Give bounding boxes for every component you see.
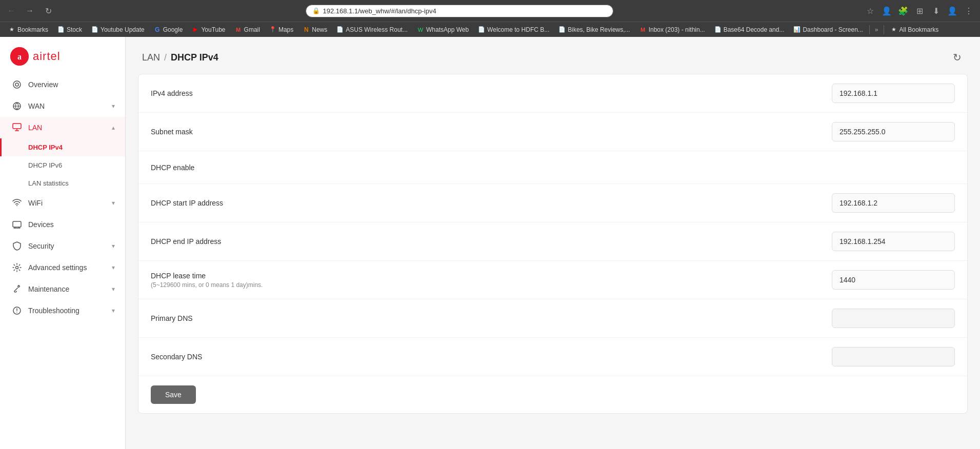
bookmarks-separator (869, 25, 870, 34)
bookmark-inbox[interactable]: M Inbox (203) - nithin... (635, 25, 709, 34)
bookmarks-label: Bookmarks (17, 26, 48, 33)
breadcrumb-current: DHCP IPv4 (171, 52, 218, 63)
svg-point-7 (16, 267, 18, 269)
sidebar-item-wan[interactable]: WAN ▾ (0, 95, 125, 117)
bookmark-dashboard[interactable]: 📊 Dashboard - Screen... (789, 25, 867, 34)
sidebar-item-security-label: Security (28, 242, 106, 250)
secondary-dns-input[interactable] (832, 347, 955, 366)
news-icon: N (303, 26, 310, 33)
dhcp-ipv6-label: DHCP IPv6 (28, 161, 62, 169)
address-bar[interactable]: 🔒 (306, 5, 613, 17)
url-input[interactable] (323, 7, 607, 15)
bookmark-maps[interactable]: 📍 Maps (265, 25, 297, 34)
wan-icon (12, 101, 22, 111)
form-row-dhcp-enable: DHCP enable (138, 151, 967, 184)
dhcp-end-ip-input[interactable] (832, 232, 955, 251)
bookmark-youtube-update[interactable]: 📄 Youtube Update (87, 25, 149, 34)
bookmark-asus[interactable]: 📄 ASUS Wireless Rout... (332, 25, 412, 34)
sidebar-item-devices[interactable]: Devices (0, 214, 125, 235)
sidebar-subitem-lan-statistics[interactable]: LAN statistics (0, 174, 125, 192)
sidebar-item-troubleshooting[interactable]: Troubleshooting ▾ (0, 300, 125, 321)
lan-icon (12, 123, 22, 132)
ipv4-address-input[interactable] (832, 84, 955, 103)
dhcp-start-ip-input[interactable] (832, 193, 955, 213)
form-row-dhcp-start-ip: DHCP start IP address (138, 184, 967, 222)
svg-point-3 (15, 83, 18, 86)
sidebar-subitem-dhcp-ipv4[interactable]: DHCP IPv4 (0, 138, 125, 156)
dhcp-lease-time-label: DHCP lease time (151, 272, 832, 280)
sidebar-item-advanced-settings-label: Advanced settings (28, 263, 106, 272)
forward-button[interactable]: → (23, 4, 37, 18)
subnet-mask-input[interactable] (832, 122, 955, 141)
airtel-brand-name: airtel (33, 50, 61, 63)
menu-button[interactable]: ⋮ (962, 4, 976, 18)
dhcp-ipv4-label: DHCP IPv4 (28, 144, 63, 151)
account-button[interactable]: 👤 (945, 4, 959, 18)
bikes-label: Bikes, Bike Reviews,... (568, 26, 630, 33)
youtube-update-label: Youtube Update (101, 26, 145, 33)
wifi-icon (12, 198, 22, 208)
sidebar-item-overview[interactable]: Overview (0, 74, 125, 95)
base64-label: Base64 Decode and... (724, 26, 785, 33)
dhcp-start-ip-control (832, 193, 955, 213)
extensions-button[interactable]: 🧩 (896, 4, 910, 18)
sidebar-item-overview-label: Overview (28, 80, 115, 89)
lan-statistics-label: LAN statistics (28, 179, 69, 187)
svg-point-9 (16, 312, 17, 313)
sidebar-subitem-dhcp-ipv6[interactable]: DHCP IPv6 (0, 156, 125, 174)
bookmark-bookmarks[interactable]: ★ Bookmarks (4, 25, 52, 34)
dhcp-lease-time-sublabel: (5~129600 mins, or 0 means 1 day)mins. (151, 281, 832, 289)
bookmark-google[interactable]: G Google (150, 25, 187, 34)
base64-icon: 📄 (714, 26, 722, 33)
lock-icon: 🔒 (312, 7, 320, 14)
dhcp-end-ip-control (832, 232, 955, 251)
form-actions: Save (138, 376, 967, 413)
bookmark-base64[interactable]: 📄 Base64 Decode and... (710, 25, 789, 34)
bookmark-star-button[interactable]: ☆ (863, 4, 877, 18)
sidebar-logo: a airtel (0, 37, 125, 74)
bookmark-hdfc[interactable]: 📄 Welcome to HDFC B... (474, 25, 553, 34)
bookmarks-separator2 (884, 25, 884, 34)
breadcrumb-lan[interactable]: LAN (142, 52, 160, 63)
bookmark-stock[interactable]: 📄 Stock (53, 25, 86, 34)
sidebar-item-security[interactable]: Security ▾ (0, 235, 125, 257)
bookmark-gmail[interactable]: M Gmail (231, 25, 264, 34)
ipv4-address-label: IPv4 address (151, 89, 832, 97)
maps-label: Maps (278, 26, 293, 33)
primary-dns-input[interactable] (832, 309, 955, 328)
save-button[interactable]: Save (151, 385, 196, 404)
tab-search-button[interactable]: ⊞ (912, 4, 927, 18)
inbox-label: Inbox (203) - nithin... (649, 26, 705, 33)
dhcp-lease-time-input[interactable] (832, 270, 955, 290)
sidebar-item-lan[interactable]: LAN ▴ (0, 117, 125, 138)
sidebar-item-maintenance[interactable]: Maintenance ▾ (0, 278, 125, 300)
bookmarks-bar: ★ Bookmarks 📄 Stock 📄 Youtube Update G G… (0, 22, 980, 37)
sidebar-item-advanced-settings[interactable]: Advanced settings ▾ (0, 257, 125, 278)
profile-button[interactable]: 👤 (879, 4, 894, 18)
gmail-label: Gmail (244, 26, 260, 33)
dhcp-start-ip-label-wrap: DHCP start IP address (151, 199, 832, 207)
youtube-update-icon: 📄 (91, 26, 98, 33)
dashboard-icon: 📊 (793, 26, 801, 33)
stock-icon: 📄 (57, 26, 65, 33)
security-icon (12, 241, 22, 251)
download-button[interactable]: ⬇ (929, 4, 943, 18)
more-bookmarks-button[interactable]: » (872, 25, 882, 34)
bookmark-youtube[interactable]: ▶ YouTube (188, 25, 229, 34)
hdfc-icon: 📄 (478, 26, 485, 33)
toolbar-right: ☆ 👤 🧩 ⊞ ⬇ 👤 ⋮ (863, 4, 976, 18)
news-label: News (312, 26, 327, 33)
sidebar-item-wifi[interactable]: WiFi ▾ (0, 192, 125, 214)
refresh-button[interactable]: ↻ (951, 49, 964, 66)
form-row-primary-dns: Primary DNS (138, 299, 967, 338)
bookmark-bikes[interactable]: 📄 Bikes, Bike Reviews,... (554, 25, 634, 34)
bookmark-whatsapp[interactable]: W WhatsApp Web (413, 25, 473, 34)
back-button[interactable]: ← (4, 4, 18, 18)
airtel-logo: a airtel (10, 47, 115, 66)
reload-button[interactable]: ↻ (41, 4, 55, 18)
all-bookmarks[interactable]: ★ All Bookmarks (886, 25, 943, 34)
bookmark-news[interactable]: N News (298, 25, 331, 34)
google-icon: G (154, 26, 161, 33)
form-row-ipv4-address: IPv4 address (138, 74, 967, 113)
google-label: Google (163, 26, 183, 33)
